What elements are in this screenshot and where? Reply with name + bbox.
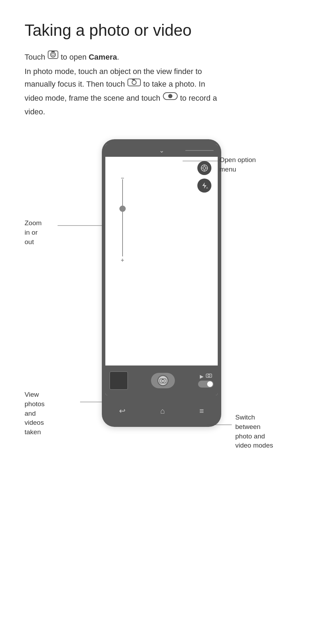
svg-point-2 (52, 53, 54, 56)
intro-line3b: to take a photo. In (143, 80, 205, 89)
open-camera-text: to open (61, 53, 89, 61)
video-mode-icon: ▶ (200, 374, 204, 379)
camera-flash-icon: A (197, 179, 211, 193)
zoom-plus-label: + (121, 257, 124, 263)
svg-point-8 (168, 94, 172, 98)
intro-line4: video mode, frame the scene and touch (25, 94, 160, 102)
switch-modes-label: Switchbetweenphoto andvideo modes (235, 413, 273, 450)
camera-bold: Camera (88, 53, 117, 61)
svg-text:A: A (206, 186, 208, 189)
svg-point-21 (208, 375, 210, 377)
camera-bottom-bar: ▶ (105, 365, 218, 395)
svg-point-1 (51, 52, 55, 57)
zoom-label: Zoom in orout (25, 219, 42, 247)
svg-point-5 (132, 80, 136, 85)
svg-rect-3 (51, 51, 55, 52)
photo-mode-icon (206, 373, 212, 379)
svg-point-18 (162, 380, 164, 382)
chevron-down-icon: ⌄ (159, 147, 164, 154)
record-icon (163, 91, 178, 105)
nav-menu-icon[interactable]: ≡ (199, 407, 204, 416)
intro-line5: video. (25, 107, 45, 116)
screen-top-bar: ⌄ (105, 144, 218, 157)
mode-icons-row: ▶ (200, 373, 212, 379)
view-photos-label: View photosand videostaken (25, 390, 45, 437)
open-option-menu-label: Open optionmenu (219, 155, 256, 174)
zoom-minus-label: − (121, 175, 124, 181)
zoom-slider-track (122, 179, 123, 256)
camera-period: . (117, 53, 119, 61)
intro-line2: In photo mode, touch an object on the vi… (25, 67, 202, 76)
phone-body: ⌄ (102, 139, 221, 427)
mode-toggle[interactable] (198, 381, 214, 388)
mode-toggle-thumb (207, 381, 213, 387)
page-content: Taking a photo or video Touch to open Ca… (0, 0, 335, 476)
camera-app-icon (47, 49, 59, 65)
intro-line3: manually focus it. Then touch (25, 80, 125, 89)
svg-rect-6 (132, 79, 135, 80)
top-bar-line (185, 150, 214, 151)
intro-line4b: to record a (180, 94, 217, 102)
svg-rect-19 (162, 379, 163, 380)
nav-back-icon[interactable]: ↩ (119, 407, 125, 416)
take-photo-icon (127, 77, 141, 91)
shutter-inner (157, 375, 169, 386)
intro-text: Touch to open Camera. In photo mode, tou… (25, 50, 263, 118)
page-title: Taking a photo or video (25, 21, 310, 40)
nav-home-icon[interactable]: ⌂ (160, 407, 165, 416)
zoom-slider-thumb[interactable] (119, 206, 126, 212)
diagram-area: ⌄ (25, 139, 310, 455)
mode-switch-area: ▶ (198, 373, 214, 388)
shutter-button[interactable] (151, 373, 175, 388)
photo-thumbnail[interactable] (110, 371, 128, 390)
phone-screen: ⌄ (105, 144, 218, 395)
touch-label: Touch (25, 53, 45, 61)
